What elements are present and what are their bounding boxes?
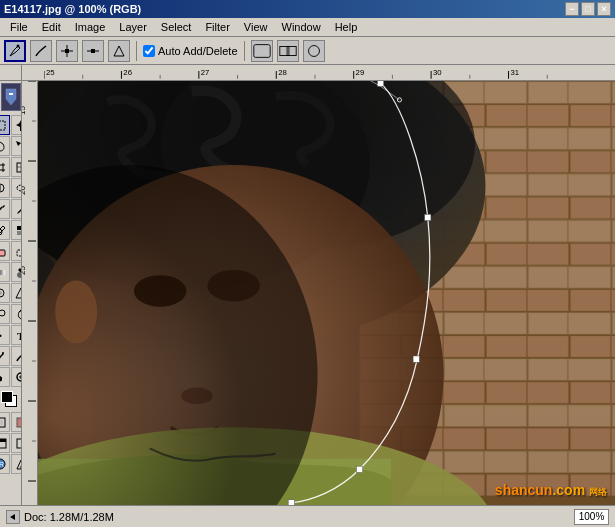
geometry-options-icon[interactable] [303, 40, 325, 62]
svg-marker-36 [16, 141, 21, 146]
auto-add-delete-label[interactable]: Auto Add/Delete [143, 45, 238, 57]
eraser-tool[interactable] [0, 241, 10, 261]
pen-tools-row [0, 346, 22, 366]
menu-filter[interactable]: Filter [199, 20, 235, 34]
ruler-left: 15 20 25 [22, 81, 38, 505]
zoom-tool[interactable] [11, 367, 22, 387]
minimize-button[interactable]: − [565, 2, 579, 16]
selection-tools-row [0, 115, 22, 135]
menu-edit[interactable]: Edit [36, 20, 67, 34]
patch-tool[interactable] [11, 178, 22, 198]
maximize-button[interactable]: □ [581, 2, 595, 16]
titlebar-text: E14117.jpg @ 100% (RGB) [4, 3, 565, 15]
zoom-input[interactable]: 100% [574, 509, 609, 525]
magic-wand-tool[interactable] [11, 136, 22, 156]
bg-eraser-tool[interactable] [11, 241, 22, 261]
full-screen-button[interactable] [11, 433, 22, 453]
svg-point-44 [0, 184, 4, 192]
healing-brush-tool[interactable] [0, 178, 10, 198]
lasso-tool[interactable] [0, 136, 10, 156]
foreground-color-swatch[interactable] [1, 391, 13, 403]
path-text-tools-row: T [0, 325, 22, 345]
paint-bucket-tool[interactable] [11, 262, 22, 282]
quick-mask-on-button[interactable] [11, 412, 22, 432]
toolbox: T [0, 81, 22, 505]
menu-file[interactable]: File [4, 20, 34, 34]
convert-point-icon[interactable] [108, 40, 130, 62]
svg-text:IR: IR [0, 461, 4, 468]
brush-tool[interactable] [0, 199, 10, 219]
svg-line-46 [0, 207, 2, 213]
svg-text:15: 15 [22, 106, 27, 115]
main-area: T [0, 81, 615, 505]
pen-tool-icon[interactable] [4, 40, 26, 62]
svg-text:28: 28 [278, 68, 287, 77]
svg-rect-71 [0, 420, 3, 425]
standard-screen-button[interactable] [0, 433, 10, 453]
svg-text:25: 25 [22, 266, 27, 275]
freeform-pen-icon[interactable] [30, 40, 52, 62]
text-tool[interactable]: T [11, 325, 22, 345]
svg-text:29: 29 [356, 68, 365, 77]
move-tool[interactable] [11, 115, 22, 135]
canvas-area: shancun.com 网络 [38, 81, 615, 505]
navigation-tools-row [0, 367, 22, 387]
svg-marker-146 [10, 514, 15, 520]
svg-text:31: 31 [510, 68, 519, 77]
clone-stamp-tool[interactable] [0, 220, 10, 240]
jump-icon-btn[interactable] [11, 454, 22, 474]
menu-help[interactable]: Help [329, 20, 364, 34]
remove-anchor-icon[interactable] [82, 40, 104, 62]
svg-rect-6 [253, 44, 269, 57]
svg-point-58 [0, 291, 2, 295]
svg-point-64 [2, 352, 4, 354]
auto-add-delete-text: Auto Add/Delete [158, 45, 238, 57]
path-ops-icon[interactable] [277, 40, 299, 62]
jump-to-imageready-button[interactable]: IR [0, 454, 10, 474]
lasso-tools-row [0, 136, 22, 156]
freeform-pen-tool[interactable] [11, 346, 22, 366]
crop-tools-row [0, 157, 22, 177]
burn-tool[interactable] [11, 304, 22, 324]
screen-mode-row [0, 433, 22, 453]
dodge-tool[interactable] [0, 304, 10, 324]
svg-text:25: 25 [46, 68, 55, 77]
crop-tool[interactable] [0, 157, 10, 177]
eraser-tools-row [0, 241, 22, 261]
svg-rect-53 [0, 250, 5, 256]
svg-point-9 [308, 45, 319, 56]
marquee-tool[interactable] [0, 115, 10, 135]
menu-layer[interactable]: Layer [113, 20, 153, 34]
status-arrow-icon[interactable] [6, 510, 20, 524]
menubar: File Edit Image Layer Select Filter View… [0, 18, 615, 37]
auto-add-delete-checkbox[interactable] [143, 45, 155, 57]
separator1 [136, 41, 137, 61]
rubber-band-icon[interactable] [251, 40, 273, 62]
sharpen-tool[interactable] [11, 283, 22, 303]
pencil-tool[interactable] [11, 199, 22, 219]
pen-tool[interactable] [0, 346, 10, 366]
focus-tools-row [0, 283, 22, 303]
svg-rect-55 [0, 270, 5, 275]
menu-window[interactable]: Window [276, 20, 327, 34]
svg-point-60 [0, 310, 5, 316]
quick-mask-off-button[interactable] [0, 412, 10, 432]
slice-tool[interactable] [11, 157, 22, 177]
blur-tool[interactable] [0, 283, 10, 303]
gradient-tools-row [0, 262, 22, 282]
photo-canvas [38, 81, 615, 505]
close-button[interactable]: × [597, 2, 611, 16]
pattern-stamp-tool[interactable] [11, 220, 22, 240]
menu-view[interactable]: View [238, 20, 274, 34]
svg-text:26: 26 [123, 68, 132, 77]
path-selection-tool[interactable] [0, 325, 10, 345]
menu-select[interactable]: Select [155, 20, 198, 34]
healing-tools-row [0, 178, 22, 198]
titlebar-buttons: − □ × [565, 2, 611, 16]
svg-rect-74 [0, 439, 6, 442]
menu-image[interactable]: Image [69, 20, 112, 34]
options-bar: Auto Add/Delete [0, 37, 615, 65]
add-anchor-icon[interactable] [56, 40, 78, 62]
hand-tool[interactable] [0, 367, 10, 387]
gradient-tool[interactable] [0, 262, 10, 282]
